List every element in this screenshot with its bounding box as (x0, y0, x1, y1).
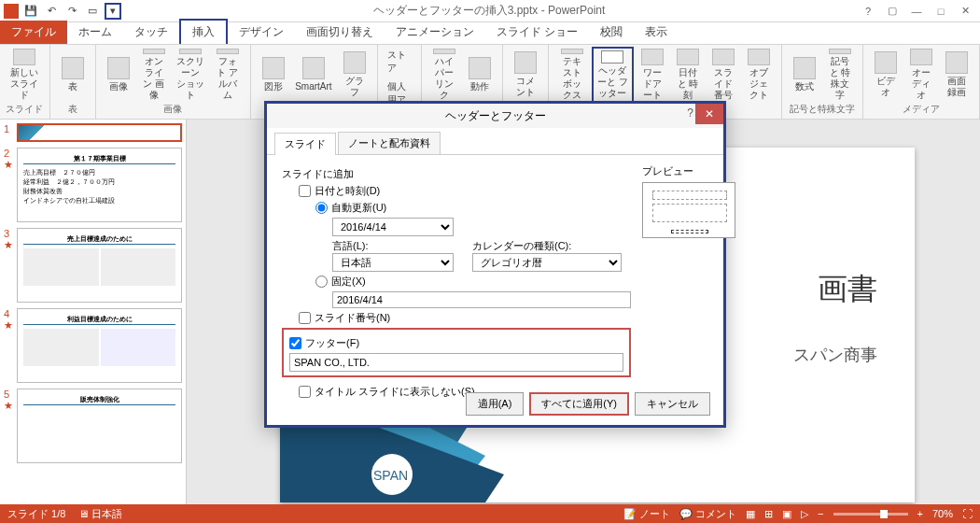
comment-button[interactable]: コメント (509, 47, 542, 103)
slide-title: 画書 (818, 269, 877, 310)
close-button[interactable]: ✕ (954, 3, 976, 20)
zoom-out-button[interactable]: − (818, 508, 823, 519)
table-button[interactable]: 表 (56, 47, 90, 103)
thumbnail-4[interactable]: 4★ 利益目標達成のために (4, 308, 182, 383)
new-slide-button[interactable]: 新しい スライド (6, 47, 44, 103)
equation-button[interactable]: 数式 (788, 47, 821, 103)
apply-all-button[interactable]: すべてに適用(Y) (529, 392, 629, 416)
store-button[interactable]: ストア (384, 47, 415, 77)
minimize-button[interactable]: — (905, 3, 928, 20)
cancel-button[interactable]: キャンセル (635, 392, 710, 416)
window-controls: ? ▢ — □ ✕ (857, 3, 980, 20)
dialog-help-icon[interactable]: ? (687, 106, 693, 120)
tab-review[interactable]: 校閲 (589, 21, 634, 44)
chart-button[interactable]: グラフ (337, 47, 371, 103)
view-slideshow-button[interactable]: ▷ (801, 508, 808, 520)
language-indicator[interactable]: 🖥 日本語 (78, 507, 122, 521)
header-footer-button[interactable]: ヘッダーと フッター (592, 47, 634, 103)
slide-number-button[interactable]: スライド番号 (707, 47, 740, 103)
screen-recording-button[interactable]: 画面 録画 (940, 47, 973, 103)
comments-button[interactable]: 💬 コメント (679, 507, 736, 521)
wordart-button[interactable]: ワードアート (636, 47, 669, 103)
start-slideshow-button[interactable]: ▭ (84, 3, 101, 20)
slide-number-checkbox[interactable] (299, 312, 311, 324)
status-bar: スライド 1/8 🖥 日本語 📝 ノート 💬 コメント ▦ ⊞ ▣ ▷ − + … (0, 504, 980, 523)
tab-file[interactable]: ファイル (0, 21, 67, 44)
online-image-button[interactable]: オンライン 画像 (137, 47, 171, 103)
datetime-checkbox[interactable] (299, 185, 311, 197)
preview-box (642, 182, 735, 238)
textbox-button[interactable]: テキスト ボックス (554, 47, 590, 103)
header-footer-dialog: ヘッダーとフッター ? ✕ スライド ノートと配布資料 スライドに追加 日付と時… (264, 101, 726, 428)
tab-slideshow[interactable]: スライド ショー (485, 21, 589, 44)
tab-design[interactable]: デザイン (228, 21, 295, 44)
apply-button[interactable]: 適用(A) (466, 392, 525, 416)
ribbon-tabs: ファイル ホーム タッチ 挿入 デザイン 画面切り替え アニメーション スライド… (0, 22, 980, 45)
save-button[interactable]: 💾 (22, 3, 39, 20)
fit-window-button[interactable]: ⛶ (962, 508, 973, 519)
powerpoint-icon (4, 4, 19, 19)
footer-highlight-box: フッター(F) (282, 328, 631, 377)
photo-album-button[interactable]: フォト アルバム (211, 47, 245, 103)
footer-checkbox[interactable] (289, 337, 301, 349)
maximize-button[interactable]: □ (930, 3, 952, 20)
zoom-slider[interactable] (833, 513, 908, 516)
audio-button[interactable]: オーディオ (904, 47, 938, 103)
screenshot-button[interactable]: スクリーン ショット (173, 47, 209, 103)
calendar-select[interactable]: グレゴリオ暦 (472, 253, 622, 272)
title-bar: 💾 ↶ ↷ ▭ ▾ ヘッダーとフッターの挿入3.pptx - PowerPoin… (0, 0, 980, 22)
fixed-radio[interactable] (315, 276, 328, 288)
view-sorter-button[interactable]: ⊞ (764, 508, 773, 520)
section-label: スライドに追加 (282, 167, 631, 181)
zoom-level[interactable]: 70% (932, 508, 953, 519)
dialog-tabs: スライド ノートと配布資料 (267, 128, 723, 155)
quick-access-toolbar: 💾 ↶ ↷ ▭ ▾ (0, 3, 121, 20)
fixed-date-input[interactable] (332, 291, 631, 308)
slide-subtitle: スパン商事 (793, 344, 877, 366)
dialog-close-button[interactable]: ✕ (695, 104, 723, 124)
dialog-title: ヘッダーとフッター (445, 108, 546, 124)
redo-button[interactable]: ↷ (63, 3, 80, 20)
view-reading-button[interactable]: ▣ (782, 508, 791, 520)
tab-transitions[interactable]: 画面切り替え (295, 21, 385, 44)
tab-animations[interactable]: アニメーション (385, 21, 485, 44)
video-button[interactable]: ビデオ (869, 47, 903, 103)
dialog-title-bar[interactable]: ヘッダーとフッター ? ✕ (267, 104, 723, 128)
footer-text-input[interactable] (289, 353, 623, 372)
thumbnail-3[interactable]: 3★ 売上目標達成のために (4, 228, 182, 303)
thumbnail-pane[interactable]: 1 第１７期事業計画書 株式会社 スパン商事 2★ 第１７期事業目標 売上高目標… (0, 120, 187, 504)
svg-text:SPAN: SPAN (373, 468, 408, 483)
thumbnail-2[interactable]: 2★ 第１７期事業目標 売上高目標 ２７０億円 経常利益 ２億２，７００万円 財… (4, 148, 182, 222)
thumbnail-1[interactable]: 1 第１７期事業計画書 株式会社 スパン商事 (4, 123, 182, 142)
tab-home[interactable]: ホーム (67, 21, 123, 44)
image-button[interactable]: 画像 (102, 47, 135, 103)
smartart-button[interactable]: SmartArt (292, 47, 335, 103)
help-button[interactable]: ? (857, 3, 879, 20)
tab-touch[interactable]: タッチ (123, 21, 179, 44)
tab-insert[interactable]: 挿入 (179, 19, 228, 44)
hyperlink-button[interactable]: ハイパーリンク (427, 47, 461, 103)
dialog-tab-notes[interactable]: ノートと配布資料 (338, 132, 441, 154)
object-button[interactable]: オブジェクト (742, 47, 776, 103)
window-title: ヘッダーとフッターの挿入3.pptx - PowerPoint (121, 3, 857, 19)
qat-customize[interactable]: ▾ (105, 3, 121, 20)
symbol-button[interactable]: 記号と 特殊文字 (823, 47, 857, 103)
date-format-select[interactable]: 2016/4/14 (332, 218, 454, 236)
hide-title-checkbox[interactable] (299, 386, 311, 398)
action-button[interactable]: 動作 (463, 47, 497, 103)
auto-update-radio[interactable] (315, 202, 328, 214)
undo-button[interactable]: ↶ (43, 3, 60, 20)
dialog-tab-slide[interactable]: スライド (274, 133, 336, 155)
slide-counter[interactable]: スライド 1/8 (7, 507, 65, 521)
notes-button[interactable]: 📝 ノート (623, 507, 670, 521)
thumbnail-5[interactable]: 5★ 販売体制強化 (4, 389, 182, 463)
language-select[interactable]: 日本語 (332, 253, 454, 272)
zoom-in-button[interactable]: + (917, 508, 923, 519)
ribbon-options-button[interactable]: ▢ (881, 3, 903, 20)
preview-label: プレビュー (642, 164, 735, 178)
tab-view[interactable]: 表示 (634, 21, 679, 44)
shapes-button[interactable]: 図形 (257, 47, 290, 103)
datetime-button[interactable]: 日付と 時刻 (671, 47, 705, 103)
view-normal-button[interactable]: ▦ (746, 508, 755, 520)
